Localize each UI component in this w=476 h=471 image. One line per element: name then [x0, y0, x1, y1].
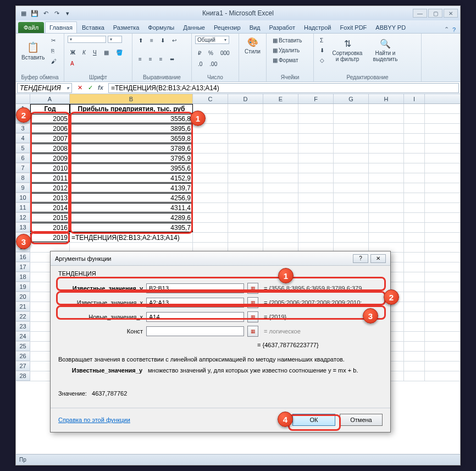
row-head[interactable]: 28 — [16, 371, 30, 381]
row-head[interactable]: 24 — [16, 332, 30, 341]
col-head-b[interactable]: B — [70, 94, 193, 103]
cell[interactable] — [404, 233, 425, 242]
cell[interactable] — [228, 213, 263, 222]
align-bot-button[interactable]: ⬇ — [158, 36, 168, 45]
cell[interactable]: 2016 — [30, 223, 70, 232]
cell[interactable] — [404, 183, 425, 193]
format-cells-button[interactable]: ▦ Формат — [270, 56, 310, 65]
cell[interactable] — [228, 203, 263, 212]
help-icon[interactable]: ? — [452, 26, 456, 33]
col-head-e[interactable]: E — [263, 94, 298, 103]
col-head-i[interactable]: I — [404, 94, 425, 103]
save-icon[interactable]: 💾 — [30, 9, 39, 18]
arg-input[interactable] — [146, 298, 244, 308]
row-head[interactable]: 23 — [16, 322, 30, 331]
cell[interactable] — [404, 104, 425, 113]
cell[interactable] — [193, 233, 228, 242]
ribbon-min-icon[interactable]: ⌃ — [444, 26, 449, 33]
table-row[interactable]: 920124139,7 — [16, 183, 460, 193]
align-top-button[interactable]: ⬆ — [136, 36, 146, 45]
table-row[interactable]: 620093795,9 — [16, 154, 460, 163]
fill-color-button[interactable]: 🪣 — [113, 48, 125, 57]
font-color-button[interactable]: A — [68, 59, 77, 68]
table-row[interactable]: 320063895,6 — [16, 124, 460, 134]
cell[interactable] — [298, 223, 334, 232]
italic-button[interactable]: К — [80, 48, 88, 57]
cell[interactable] — [263, 183, 298, 193]
undo-icon[interactable]: ↶ — [41, 9, 50, 18]
cell[interactable] — [193, 183, 228, 193]
cell[interactable]: 3659,8 — [70, 134, 193, 143]
row-head[interactable]: 16 — [16, 253, 30, 262]
cell[interactable]: =ТЕНДЕНЦИЯ(B2:B13;A2:A13;A14) — [70, 233, 193, 242]
cell[interactable] — [298, 203, 334, 212]
cell[interactable] — [404, 134, 425, 143]
percent-button[interactable]: % — [206, 48, 216, 58]
cell[interactable] — [298, 104, 334, 113]
merge-button[interactable]: ⬌ — [167, 54, 177, 64]
cell[interactable] — [404, 352, 425, 361]
cell[interactable] — [404, 114, 425, 123]
delete-cells-button[interactable]: ▦ Удалить — [270, 46, 310, 55]
cell[interactable] — [298, 114, 334, 123]
cell[interactable] — [298, 144, 334, 153]
cell[interactable]: Год — [30, 104, 70, 113]
cell[interactable] — [404, 193, 425, 202]
wrap-text-button[interactable]: ↩ — [169, 36, 179, 45]
range-select-icon[interactable]: ▦ — [247, 297, 258, 308]
row-head[interactable]: 21 — [16, 302, 30, 311]
cell[interactable]: 2005 — [30, 114, 70, 123]
cell[interactable] — [263, 144, 298, 153]
cut-button[interactable]: ✂ — [48, 36, 59, 45]
row-head[interactable]: 4 — [16, 134, 30, 143]
minimize-button[interactable]: — — [413, 9, 427, 18]
cell[interactable] — [228, 173, 263, 183]
dialog-help-button[interactable]: ? — [353, 254, 368, 263]
cell[interactable] — [228, 183, 263, 193]
format-painter-button[interactable]: 🖌 — [48, 57, 59, 66]
table-row[interactable]: 220053556,8 — [16, 114, 460, 124]
cell[interactable] — [298, 193, 334, 202]
underline-button[interactable]: Ч — [90, 48, 99, 57]
tab-formulas[interactable]: Формулы — [144, 22, 178, 33]
cell[interactable]: 2019 — [30, 233, 70, 242]
file-tab[interactable]: Файл — [18, 22, 44, 33]
arg-input[interactable] — [146, 312, 244, 322]
cell[interactable]: 3895,6 — [70, 124, 193, 133]
tab-data[interactable]: Данные — [179, 22, 209, 33]
cell[interactable] — [334, 154, 369, 163]
redo-icon[interactable]: ↷ — [52, 9, 61, 18]
cell[interactable] — [298, 154, 334, 163]
cell[interactable] — [334, 144, 369, 153]
col-head-c[interactable]: C — [193, 94, 228, 103]
cell[interactable]: 2012 — [30, 183, 70, 193]
cell[interactable] — [298, 173, 334, 183]
cell[interactable] — [369, 124, 404, 133]
cell[interactable] — [263, 163, 298, 173]
cell[interactable] — [263, 223, 298, 232]
select-all-corner[interactable] — [16, 94, 30, 103]
row-head[interactable]: 12 — [16, 213, 30, 222]
cell[interactable] — [334, 213, 369, 222]
currency-button[interactable]: ₽ — [195, 48, 204, 58]
row-head[interactable]: 25 — [16, 342, 30, 351]
cell[interactable] — [404, 332, 425, 341]
cell[interactable] — [404, 173, 425, 183]
table-row[interactable]: 1120144311,4 — [16, 203, 460, 213]
cell[interactable] — [404, 243, 425, 252]
cell[interactable] — [334, 203, 369, 212]
cell[interactable] — [193, 203, 228, 212]
align-mid-button[interactable]: ≡ — [147, 36, 156, 45]
cell[interactable] — [404, 223, 425, 232]
table-row[interactable]: 1320164395,7 — [16, 223, 460, 233]
cell[interactable] — [404, 292, 425, 302]
cell[interactable] — [228, 163, 263, 173]
cell[interactable] — [193, 213, 228, 222]
cell[interactable] — [193, 163, 228, 173]
cell[interactable] — [228, 104, 263, 113]
accept-formula-icon[interactable]: ✓ — [86, 84, 95, 91]
cell[interactable] — [298, 163, 334, 173]
cell[interactable] — [369, 223, 404, 232]
cell[interactable] — [334, 134, 369, 143]
sort-filter-button[interactable]: ⇅ Сортировка и фильтр — [329, 37, 366, 63]
